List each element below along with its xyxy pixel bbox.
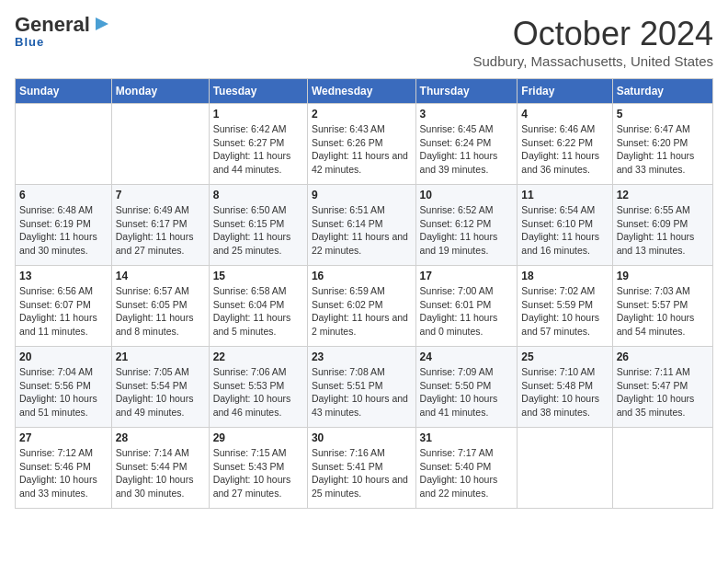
- weekday-header-thursday: Thursday: [415, 79, 518, 104]
- day-info: Sunrise: 7:16 AMSunset: 5:41 PMDaylight:…: [312, 446, 412, 500]
- svg-marker-0: [96, 17, 108, 30]
- calendar-cell: [111, 104, 209, 185]
- calendar-cell: [16, 104, 112, 185]
- logo-blue: Blue: [15, 35, 44, 49]
- day-number: 1: [213, 108, 303, 121]
- day-number: 30: [312, 431, 412, 444]
- calendar-cell: 23Sunrise: 7:08 AMSunset: 5:51 PMDayligh…: [307, 347, 415, 428]
- day-number: 12: [617, 189, 709, 201]
- day-info: Sunrise: 7:08 AMSunset: 5:51 PMDaylight:…: [312, 365, 412, 419]
- day-info: Sunrise: 7:17 AMSunset: 5:40 PMDaylight:…: [420, 446, 514, 500]
- day-info: Sunrise: 7:04 AMSunset: 5:56 PMDaylight:…: [19, 365, 108, 419]
- calendar-cell: 24Sunrise: 7:09 AMSunset: 5:50 PMDayligh…: [415, 347, 518, 428]
- calendar-cell: 28Sunrise: 7:14 AMSunset: 5:44 PMDayligh…: [111, 428, 209, 509]
- calendar-cell: 12Sunrise: 6:55 AMSunset: 6:09 PMDayligh…: [612, 185, 712, 266]
- day-info: Sunrise: 7:12 AMSunset: 5:46 PMDaylight:…: [19, 446, 108, 500]
- day-info: Sunrise: 6:47 AMSunset: 6:20 PMDaylight:…: [617, 122, 709, 177]
- day-info: Sunrise: 6:50 AMSunset: 6:15 PMDaylight:…: [213, 203, 303, 258]
- day-number: 21: [116, 350, 205, 363]
- weekday-header-tuesday: Tuesday: [209, 79, 307, 104]
- calendar-cell: 25Sunrise: 7:10 AMSunset: 5:48 PMDayligh…: [518, 347, 612, 428]
- day-info: Sunrise: 6:56 AMSunset: 6:07 PMDaylight:…: [19, 284, 108, 339]
- calendar-cell: 31Sunrise: 7:17 AMSunset: 5:40 PMDayligh…: [415, 428, 518, 509]
- calendar-cell: 9Sunrise: 6:51 AMSunset: 6:14 PMDaylight…: [307, 185, 415, 266]
- day-number: 26: [617, 350, 709, 363]
- day-number: 23: [312, 350, 412, 363]
- calendar-cell: 29Sunrise: 7:15 AMSunset: 5:43 PMDayligh…: [209, 428, 307, 509]
- calendar-week-row: 6Sunrise: 6:48 AMSunset: 6:19 PMDaylight…: [16, 185, 713, 266]
- calendar-cell: 7Sunrise: 6:49 AMSunset: 6:17 PMDaylight…: [111, 185, 209, 266]
- day-info: Sunrise: 7:02 AMSunset: 5:59 PMDaylight:…: [521, 284, 608, 339]
- day-number: 6: [19, 189, 108, 201]
- day-number: 31: [420, 431, 514, 444]
- day-number: 20: [19, 350, 108, 363]
- calendar-cell: 30Sunrise: 7:16 AMSunset: 5:41 PMDayligh…: [307, 428, 415, 509]
- day-info: Sunrise: 7:15 AMSunset: 5:43 PMDaylight:…: [213, 446, 303, 500]
- weekday-header-wednesday: Wednesday: [307, 79, 415, 104]
- day-info: Sunrise: 7:11 AMSunset: 5:47 PMDaylight:…: [617, 365, 709, 419]
- calendar-cell: 22Sunrise: 7:06 AMSunset: 5:53 PMDayligh…: [209, 347, 307, 428]
- logo-arrow-icon: [92, 14, 112, 34]
- day-number: 27: [19, 431, 108, 444]
- day-info: Sunrise: 7:03 AMSunset: 5:57 PMDaylight:…: [617, 284, 709, 339]
- calendar-cell: 6Sunrise: 6:48 AMSunset: 6:19 PMDaylight…: [16, 185, 112, 266]
- weekday-header-sunday: Sunday: [16, 79, 112, 104]
- calendar-cell: 4Sunrise: 6:46 AMSunset: 6:22 PMDaylight…: [518, 104, 612, 185]
- day-number: 17: [420, 270, 514, 282]
- day-info: Sunrise: 6:52 AMSunset: 6:12 PMDaylight:…: [420, 203, 514, 258]
- day-info: Sunrise: 7:05 AMSunset: 5:54 PMDaylight:…: [116, 365, 205, 419]
- day-number: 13: [19, 270, 108, 282]
- day-info: Sunrise: 6:54 AMSunset: 6:10 PMDaylight:…: [521, 203, 608, 258]
- day-number: 9: [312, 189, 412, 201]
- calendar-cell: 3Sunrise: 6:45 AMSunset: 6:24 PMDaylight…: [415, 104, 518, 185]
- day-info: Sunrise: 6:59 AMSunset: 6:02 PMDaylight:…: [312, 284, 412, 339]
- day-info: Sunrise: 6:48 AMSunset: 6:19 PMDaylight:…: [19, 203, 108, 258]
- weekday-header-saturday: Saturday: [612, 79, 712, 104]
- day-info: Sunrise: 7:09 AMSunset: 5:50 PMDaylight:…: [420, 365, 514, 419]
- main-title: October 2024: [472, 15, 713, 53]
- calendar-cell: 15Sunrise: 6:58 AMSunset: 6:04 PMDayligh…: [209, 266, 307, 347]
- day-number: 3: [420, 108, 514, 121]
- calendar-cell: 18Sunrise: 7:02 AMSunset: 5:59 PMDayligh…: [518, 266, 612, 347]
- day-number: 16: [312, 270, 412, 282]
- calendar-week-row: 1Sunrise: 6:42 AMSunset: 6:27 PMDaylight…: [16, 104, 713, 185]
- weekday-header-row: SundayMondayTuesdayWednesdayThursdayFrid…: [16, 79, 713, 104]
- day-number: 7: [116, 189, 205, 201]
- calendar-cell: [518, 428, 612, 509]
- day-info: Sunrise: 6:49 AMSunset: 6:17 PMDaylight:…: [116, 203, 205, 258]
- weekday-header-friday: Friday: [518, 79, 612, 104]
- subtitle: Sudbury, Massachusetts, United States: [472, 53, 713, 69]
- day-info: Sunrise: 7:14 AMSunset: 5:44 PMDaylight:…: [116, 446, 205, 500]
- calendar-cell: 11Sunrise: 6:54 AMSunset: 6:10 PMDayligh…: [518, 185, 612, 266]
- calendar-week-row: 27Sunrise: 7:12 AMSunset: 5:46 PMDayligh…: [16, 428, 713, 509]
- day-number: 19: [617, 270, 709, 282]
- day-info: Sunrise: 6:55 AMSunset: 6:09 PMDaylight:…: [617, 203, 709, 258]
- calendar-cell: [612, 428, 712, 509]
- calendar-cell: 19Sunrise: 7:03 AMSunset: 5:57 PMDayligh…: [612, 266, 712, 347]
- day-number: 10: [420, 189, 514, 201]
- calendar-cell: 26Sunrise: 7:11 AMSunset: 5:47 PMDayligh…: [612, 347, 712, 428]
- logo-general: General: [15, 15, 90, 35]
- day-info: Sunrise: 7:10 AMSunset: 5:48 PMDaylight:…: [521, 365, 608, 419]
- day-info: Sunrise: 6:43 AMSunset: 6:26 PMDaylight:…: [312, 122, 412, 177]
- day-number: 5: [617, 108, 709, 121]
- calendar-cell: 14Sunrise: 6:57 AMSunset: 6:05 PMDayligh…: [111, 266, 209, 347]
- calendar-cell: 17Sunrise: 7:00 AMSunset: 6:01 PMDayligh…: [415, 266, 518, 347]
- calendar-cell: 21Sunrise: 7:05 AMSunset: 5:54 PMDayligh…: [111, 347, 209, 428]
- day-info: Sunrise: 6:45 AMSunset: 6:24 PMDaylight:…: [420, 122, 514, 177]
- day-number: 15: [213, 270, 303, 282]
- calendar-cell: 16Sunrise: 6:59 AMSunset: 6:02 PMDayligh…: [307, 266, 415, 347]
- day-number: 11: [521, 189, 608, 201]
- day-info: Sunrise: 7:06 AMSunset: 5:53 PMDaylight:…: [213, 365, 303, 419]
- day-number: 18: [521, 270, 608, 282]
- day-number: 24: [420, 350, 514, 363]
- calendar-cell: 10Sunrise: 6:52 AMSunset: 6:12 PMDayligh…: [415, 185, 518, 266]
- calendar-cell: 8Sunrise: 6:50 AMSunset: 6:15 PMDaylight…: [209, 185, 307, 266]
- title-area: October 2024 Sudbury, Massachusetts, Uni…: [472, 15, 713, 69]
- day-number: 8: [213, 189, 303, 201]
- day-number: 29: [213, 431, 303, 444]
- calendar-cell: 2Sunrise: 6:43 AMSunset: 6:26 PMDaylight…: [307, 104, 415, 185]
- day-number: 25: [521, 350, 608, 363]
- day-number: 14: [116, 270, 205, 282]
- calendar-cell: 13Sunrise: 6:56 AMSunset: 6:07 PMDayligh…: [16, 266, 112, 347]
